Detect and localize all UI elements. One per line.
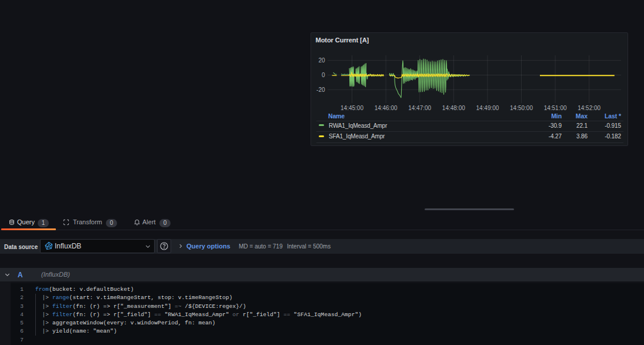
svg-text:14:50:00: 14:50:00 — [510, 105, 533, 111]
svg-text:14:47:00: 14:47:00 — [408, 105, 431, 111]
svg-text:14:45:00: 14:45:00 — [341, 105, 363, 111]
svg-text:-20: -20 — [316, 87, 325, 93]
svg-text:0: 0 — [322, 72, 325, 78]
svg-text:14:51:00: 14:51:00 — [544, 105, 567, 111]
svg-text:20: 20 — [318, 57, 325, 64]
svg-text:14:52:00: 14:52:00 — [578, 105, 600, 111]
svg-text:14:48:00: 14:48:00 — [442, 105, 465, 111]
svg-text:14:46:00: 14:46:00 — [375, 105, 398, 111]
svg-text:14:49:00: 14:49:00 — [476, 105, 499, 111]
